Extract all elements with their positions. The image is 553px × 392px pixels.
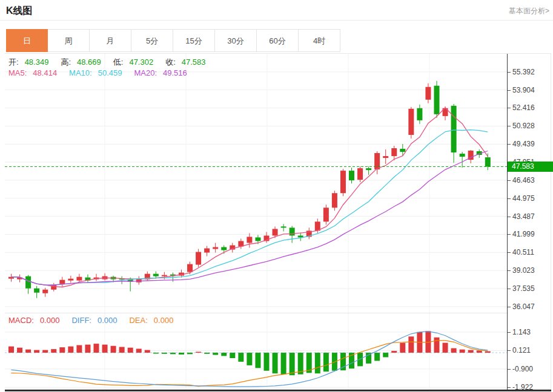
y-axis-tick	[508, 350, 511, 351]
y-axis-label: 0.121	[512, 346, 531, 354]
y-axis-tick	[508, 289, 511, 289]
y-axis-tick	[508, 144, 511, 145]
y-axis-label: 53.904	[512, 86, 535, 94]
y-axis-tick	[508, 332, 511, 333]
header: K线图 基本面分析>	[0, 0, 553, 21]
tab-1[interactable]: 周	[48, 29, 90, 52]
y-axis-tick	[508, 90, 511, 91]
panel-divider	[5, 313, 507, 313]
panel-right-border	[551, 54, 551, 390]
ma5-line	[12, 108, 488, 287]
y-axis-label: 1.143	[512, 328, 531, 336]
tab-2[interactable]: 月	[90, 29, 131, 52]
legend-item: MA5:48.414	[8, 68, 63, 77]
grid-layer	[5, 54, 507, 313]
legend-item: 开:48.349	[8, 57, 55, 67]
y-axis-label: 41.999	[512, 230, 535, 238]
tab-5[interactable]: 30分	[215, 29, 257, 52]
legend-item: DIFF:0.000	[71, 316, 123, 325]
y-axis-label: -0.900	[512, 365, 533, 373]
tab-0[interactable]: 日	[6, 29, 48, 52]
legend-item: 高:48.669	[61, 57, 107, 67]
ma20-line	[12, 151, 488, 286]
y-axis-tick	[508, 369, 511, 370]
y-axis-label: 36.047	[512, 302, 535, 311]
y-axis-label: 46.463	[512, 176, 535, 185]
y-axis-tick	[508, 198, 511, 199]
legend-item: 低:47.302	[113, 57, 159, 67]
y-axis-tick	[508, 234, 511, 235]
macd-histogram	[8, 331, 491, 375]
ma-legend: MA5:48.414MA10:50.459MA20:49.516	[8, 68, 199, 77]
y-axis-tick	[508, 126, 511, 126]
tab-6[interactable]: 60分	[257, 29, 299, 52]
ma10-line	[12, 130, 488, 286]
y-axis-tick	[508, 307, 511, 307]
current-price-badge: 47.583	[508, 162, 553, 172]
y-axis-label: 43.487	[512, 212, 535, 221]
fundamental-analysis-link[interactable]: 基本面分析>	[509, 6, 549, 16]
kline-page: { "header": { "title": "K线图", "link": "基…	[0, 0, 553, 392]
y-axis-tick	[508, 217, 511, 217]
tab-4[interactable]: 15分	[173, 29, 215, 52]
legend-item: MA10:50.459	[69, 68, 128, 77]
y-axis-label: 50.928	[512, 122, 535, 130]
legend-item: DEA:0.000	[129, 316, 179, 325]
tab-3[interactable]: 5分	[131, 29, 173, 52]
y-axis-label: 40.511	[512, 248, 534, 256]
y-axis-label: 39.023	[512, 266, 535, 275]
y-axis-tick	[508, 180, 511, 181]
tab-bar: 日周月5分15分30分60分4时	[6, 29, 340, 53]
legend-item: MACD:0.000	[8, 316, 65, 325]
y-axis-label: 52.416	[512, 103, 535, 112]
y-axis-line	[507, 54, 508, 390]
legend-item: 收:47.583	[165, 57, 211, 67]
y-axis-tick	[508, 252, 511, 253]
bottom-axis-bar	[5, 390, 551, 391]
y-axis-label: 37.535	[512, 284, 535, 293]
y-axis-label: 49.439	[512, 140, 535, 148]
tab-7[interactable]: 4时	[299, 29, 340, 52]
chart-panel: 开:48.349高:48.669低:47.302收:47.583 MA5:48.…	[5, 53, 551, 391]
y-axis-tick	[508, 72, 511, 73]
ohlc-legend: 开:48.349高:48.669低:47.302收:47.583	[8, 57, 218, 68]
y-axis-tick	[508, 387, 511, 388]
main-chart-svg[interactable]	[5, 54, 507, 313]
y-axis-label: 44.975	[512, 194, 535, 203]
y-axis-tick	[508, 108, 511, 108]
legend-item: MA20:49.516	[134, 68, 193, 77]
y-axis-label: 55.392	[512, 68, 535, 76]
macd-legend: MACD:0.000DIFF:0.000DEA:0.000	[8, 316, 185, 325]
y-axis-tick	[508, 270, 511, 271]
page-title: K线图	[6, 5, 33, 18]
